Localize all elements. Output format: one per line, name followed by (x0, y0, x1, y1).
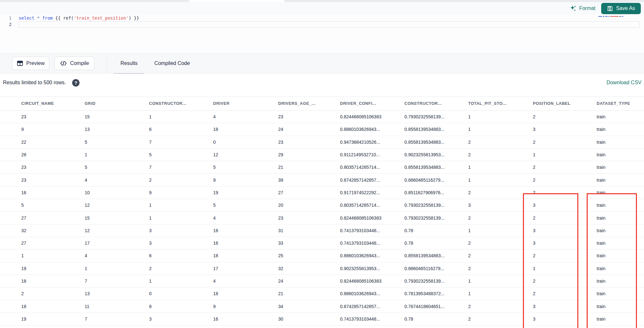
floppy-disk-icon (607, 5, 613, 12)
table-cell: 6 (149, 253, 213, 258)
code-token: 'train_test_position' (74, 15, 129, 21)
table-row: 51215200.8035714285714...0.7930232558139… (0, 199, 644, 212)
table-cell: 12 (85, 228, 149, 233)
help-icon[interactable]: ? (72, 79, 80, 87)
table-row: 22570230.9473684210526...0.8558139534883… (0, 136, 644, 149)
table-cell: 1 (468, 178, 533, 183)
table-cell: train (597, 178, 644, 183)
column-header-driver[interactable]: DRIVER (213, 101, 278, 106)
result-tabs: ResultsCompiled Code (112, 53, 198, 73)
table-cell: 15 (85, 114, 149, 119)
table-cell: 0.7413793103448... (340, 228, 404, 233)
table-cell: 1 (468, 114, 533, 119)
table-cell: 0.8860103626943... (340, 253, 404, 258)
table-cell: 15 (85, 215, 149, 221)
column-header-grid[interactable]: GRID (85, 101, 149, 106)
table-cell: 23 (21, 114, 85, 119)
compile-button[interactable]: Compile (54, 57, 94, 70)
table-cell: train (597, 203, 644, 208)
table-body: 231514230.8244680851063830.7930232558139… (0, 111, 644, 325)
table-cell: 3 (533, 316, 597, 322)
table-cell: 1 (468, 291, 533, 296)
table-cell: 21 (278, 291, 340, 296)
tab-label: Compiled Code (154, 60, 190, 66)
table-cell: 0.8860103626943... (340, 127, 404, 132)
table-cell: 23 (278, 114, 340, 119)
table-cell: 2 (533, 278, 597, 284)
table-cell: 25 (278, 253, 340, 258)
format-button[interactable]: Format (570, 5, 596, 12)
table-cell: 1 (149, 215, 213, 221)
table-cell: 0.7813953488372... (404, 291, 468, 296)
code-minimap (598, 15, 625, 18)
table-cell: 0.9473684210526... (340, 140, 404, 145)
table-cell: 0.8860465116279... (404, 178, 468, 183)
table-row: 23575210.8035714285714...0.8558139534883… (0, 161, 644, 174)
table-cell: 0.7930232558139... (404, 215, 468, 221)
column-header-drivers-age[interactable]: DRIVERS_AGE_... (278, 101, 340, 106)
table-cell: 3 (468, 203, 533, 208)
sql-ide-app: Format Save As 1 2 select * from {{ ref(… (0, 0, 644, 328)
tab-results[interactable]: Results (112, 53, 146, 73)
table-cell: train (597, 266, 644, 271)
column-header-constructor[interactable]: CONSTRUCTOR... (404, 101, 468, 106)
column-header-constructor[interactable]: CONSTRUCTOR... (149, 101, 213, 106)
column-header-driver-confi[interactable]: DRIVER_CONFI... (340, 101, 404, 106)
line-number-1: 1 (0, 15, 14, 21)
table-cell: 16 (213, 241, 278, 246)
preview-label: Preview (26, 60, 45, 66)
table-cell: 0.8558139534883... (404, 253, 468, 258)
table-cell: 16 (21, 190, 85, 195)
code-area[interactable]: select * from {{ ref('train_test_positio… (19, 15, 640, 28)
table-cell: 1 (468, 278, 533, 284)
code-token: select (19, 15, 34, 21)
table-row: 213018210.8860103626943...0.781395348837… (0, 287, 644, 300)
save-as-label: Save As (616, 5, 635, 11)
table-cell: 0.7930232558139... (404, 203, 468, 208)
code-editor[interactable]: 1 2 select * from {{ ref('train_test_pos… (0, 15, 644, 53)
table-cell: 4 (213, 278, 278, 284)
table-cell: 9 (213, 304, 278, 309)
table-cell: 0.9023255813953... (404, 152, 468, 157)
code-line-2-active[interactable] (19, 21, 639, 28)
table-cell: 7 (149, 140, 213, 145)
table-cell: 3 (149, 316, 213, 322)
table-cell: 27 (278, 190, 340, 195)
table-cell: 16 (213, 228, 278, 233)
table-cell: 33 (278, 241, 340, 246)
table-cell: 3 (533, 228, 597, 233)
table-cell: 0.7930232558139... (404, 114, 468, 119)
table-cell: 2 (468, 140, 533, 145)
table-cell: 0.8742857142857... (340, 304, 404, 309)
code-line-1[interactable]: select * from {{ ref('train_test_positio… (19, 15, 640, 21)
table-cell: 0.824468085106383 (340, 114, 404, 119)
table-cell: 0.8558139534883... (404, 140, 468, 145)
table-cell: 24 (278, 127, 340, 132)
column-header-circuit-name[interactable]: CIRCUIT_NAME (21, 101, 85, 106)
code-token (34, 15, 37, 21)
table-cell: 2 (468, 241, 533, 246)
table-row: 2717316330.7413793103448...0.7823train (0, 237, 644, 250)
table-cell: train (597, 114, 644, 119)
table-cell: 4 (213, 215, 278, 221)
table-cell: 32 (278, 266, 340, 271)
table-cell: 5 (21, 203, 85, 208)
table-cell: 23 (21, 165, 85, 170)
table-cell: 32 (21, 228, 85, 233)
column-header-dataset-type[interactable]: DATASET_TYPE (597, 101, 644, 106)
download-csv-link[interactable]: Download CSV (607, 80, 642, 86)
table-cell: 1 (149, 278, 213, 284)
table-cell: 28 (21, 152, 85, 157)
table-cell: 0.8035714285714... (340, 203, 404, 208)
save-as-button[interactable]: Save As (601, 3, 641, 14)
column-header-position-label[interactable]: POSITION_LABEL (533, 101, 597, 106)
table-cell: 5 (213, 203, 278, 208)
table-cell: 19 (21, 316, 85, 322)
table-cell: 29 (278, 152, 340, 157)
table-cell: 18 (213, 127, 278, 132)
preview-button[interactable]: Preview (12, 57, 49, 70)
table-cell: 2 (533, 178, 597, 183)
tab-compiled-code[interactable]: Compiled Code (146, 53, 198, 73)
column-header-total-pit-sto[interactable]: TOTAL_PIT_STO... (468, 101, 533, 106)
table-cell: 3 (533, 203, 597, 208)
